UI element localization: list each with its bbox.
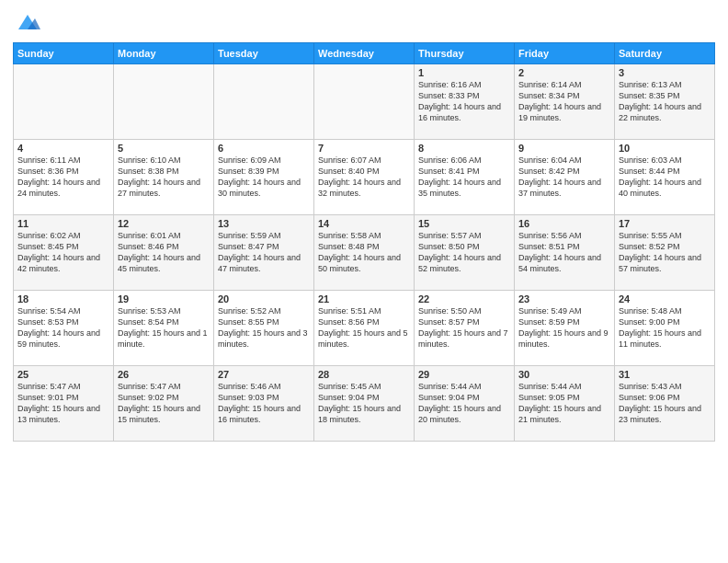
sunset-text: Sunset: 8:59 PM <box>518 317 580 327</box>
sunset-text: Sunset: 8:57 PM <box>418 317 480 327</box>
day-info: Sunrise: 6:03 AM Sunset: 8:44 PM Dayligh… <box>619 155 711 200</box>
sunset-text: Sunset: 9:05 PM <box>518 393 580 402</box>
sunrise-text: Sunrise: 5:53 AM <box>118 306 181 316</box>
day-cell: 30 Sunrise: 5:44 AM Sunset: 9:05 PM Dayl… <box>515 366 615 442</box>
sunrise-text: Sunrise: 5:52 AM <box>218 306 281 316</box>
sunrise-text: Sunrise: 6:02 AM <box>17 231 81 240</box>
day-number: 31 <box>619 369 711 380</box>
sunrise-text: Sunrise: 5:49 AM <box>518 306 582 316</box>
sunset-text: Sunset: 8:45 PM <box>17 242 79 251</box>
day-number: 25 <box>17 369 109 380</box>
day-info: Sunrise: 5:47 AM Sunset: 9:02 PM Dayligh… <box>118 381 210 426</box>
day-info: Sunrise: 6:11 AM Sunset: 8:36 PM Dayligh… <box>17 155 109 200</box>
day-cell <box>214 64 314 140</box>
sunset-text: Sunset: 8:53 PM <box>17 317 79 327</box>
sunrise-text: Sunrise: 5:44 AM <box>418 382 482 391</box>
day-info: Sunrise: 5:48 AM Sunset: 9:00 PM Dayligh… <box>619 305 711 350</box>
daylight-text: Daylight: 14 hours and 16 minutes. <box>418 102 501 122</box>
sunset-text: Sunset: 8:47 PM <box>218 242 279 251</box>
day-number: 17 <box>619 218 711 229</box>
sunrise-text: Sunrise: 5:51 AM <box>318 306 381 316</box>
sunset-text: Sunset: 8:51 PM <box>518 242 580 251</box>
daylight-text: Daylight: 14 hours and 42 minutes. <box>17 253 100 273</box>
day-cell <box>114 64 214 140</box>
day-cell: 6 Sunrise: 6:09 AM Sunset: 8:39 PM Dayli… <box>214 140 314 215</box>
day-number: 1 <box>418 67 510 78</box>
day-number: 30 <box>518 369 610 380</box>
weekday-header-monday: Monday <box>114 43 214 64</box>
sunset-text: Sunset: 8:48 PM <box>318 242 380 251</box>
sunset-text: Sunset: 8:55 PM <box>218 317 279 327</box>
day-number: 19 <box>118 293 210 304</box>
day-cell: 9 Sunrise: 6:04 AM Sunset: 8:42 PM Dayli… <box>515 140 615 215</box>
weekday-header-tuesday: Tuesday <box>214 43 314 64</box>
sunset-text: Sunset: 8:40 PM <box>318 167 380 176</box>
sunrise-text: Sunrise: 6:07 AM <box>318 155 381 165</box>
week-row-1: 1 Sunrise: 6:16 AM Sunset: 8:33 PM Dayli… <box>14 64 715 140</box>
day-info: Sunrise: 5:57 AM Sunset: 8:50 PM Dayligh… <box>418 230 510 275</box>
daylight-text: Daylight: 14 hours and 52 minutes. <box>418 253 501 273</box>
sunrise-text: Sunrise: 6:03 AM <box>619 155 682 165</box>
day-cell <box>14 64 114 140</box>
day-cell: 7 Sunrise: 6:07 AM Sunset: 8:40 PM Dayli… <box>314 140 415 215</box>
sunset-text: Sunset: 8:33 PM <box>418 91 480 100</box>
day-number: 13 <box>218 218 310 229</box>
weekday-header-saturday: Saturday <box>615 43 715 64</box>
day-info: Sunrise: 5:56 AM Sunset: 8:51 PM Dayligh… <box>518 230 610 275</box>
sunrise-text: Sunrise: 6:16 AM <box>418 80 482 89</box>
sunrise-text: Sunrise: 5:58 AM <box>318 231 381 240</box>
daylight-text: Daylight: 15 hours and 1 minute. <box>118 328 208 349</box>
sunset-text: Sunset: 8:56 PM <box>318 317 380 327</box>
day-cell <box>314 64 415 140</box>
day-cell: 12 Sunrise: 6:01 AM Sunset: 8:46 PM Dayl… <box>114 215 214 291</box>
sunrise-text: Sunrise: 6:11 AM <box>17 155 81 165</box>
sunrise-text: Sunrise: 5:46 AM <box>218 382 281 391</box>
sunset-text: Sunset: 9:04 PM <box>318 393 380 402</box>
weekday-header-row: SundayMondayTuesdayWednesdayThursdayFrid… <box>14 43 715 64</box>
logo-icon <box>15 9 40 35</box>
sunrise-text: Sunrise: 6:04 AM <box>518 155 582 165</box>
day-number: 2 <box>518 67 610 78</box>
daylight-text: Daylight: 15 hours and 3 minutes. <box>218 328 308 349</box>
sunrise-text: Sunrise: 5:47 AM <box>118 382 181 391</box>
day-info: Sunrise: 6:14 AM Sunset: 8:34 PM Dayligh… <box>518 79 610 124</box>
daylight-text: Daylight: 15 hours and 20 minutes. <box>418 404 501 424</box>
daylight-text: Daylight: 15 hours and 7 minutes. <box>418 328 508 349</box>
logo <box>13 9 40 35</box>
daylight-text: Daylight: 14 hours and 37 minutes. <box>518 178 601 198</box>
sunrise-text: Sunrise: 6:10 AM <box>118 155 181 165</box>
day-number: 22 <box>418 293 510 304</box>
daylight-text: Daylight: 15 hours and 13 minutes. <box>17 404 100 424</box>
sunrise-text: Sunrise: 5:56 AM <box>518 231 582 240</box>
day-number: 26 <box>118 369 210 380</box>
daylight-text: Daylight: 14 hours and 50 minutes. <box>318 253 401 273</box>
day-number: 14 <box>318 218 410 229</box>
day-cell: 26 Sunrise: 5:47 AM Sunset: 9:02 PM Dayl… <box>114 366 214 442</box>
sunrise-text: Sunrise: 6:06 AM <box>418 155 482 165</box>
day-info: Sunrise: 5:51 AM Sunset: 8:56 PM Dayligh… <box>318 305 410 350</box>
day-info: Sunrise: 6:10 AM Sunset: 8:38 PM Dayligh… <box>118 155 210 200</box>
sunset-text: Sunset: 8:34 PM <box>518 91 580 100</box>
sunrise-text: Sunrise: 5:48 AM <box>619 306 682 316</box>
day-info: Sunrise: 6:07 AM Sunset: 8:40 PM Dayligh… <box>318 155 410 200</box>
day-info: Sunrise: 6:01 AM Sunset: 8:46 PM Dayligh… <box>118 230 210 275</box>
daylight-text: Daylight: 14 hours and 45 minutes. <box>118 253 200 273</box>
day-cell: 22 Sunrise: 5:50 AM Sunset: 8:57 PM Dayl… <box>415 291 515 366</box>
daylight-text: Daylight: 14 hours and 32 minutes. <box>318 178 401 198</box>
day-cell: 19 Sunrise: 5:53 AM Sunset: 8:54 PM Dayl… <box>114 291 214 366</box>
day-info: Sunrise: 5:45 AM Sunset: 9:04 PM Dayligh… <box>318 381 410 426</box>
day-cell: 23 Sunrise: 5:49 AM Sunset: 8:59 PM Dayl… <box>515 291 615 366</box>
daylight-text: Daylight: 14 hours and 35 minutes. <box>418 178 501 198</box>
daylight-text: Daylight: 15 hours and 23 minutes. <box>619 404 701 424</box>
day-cell: 31 Sunrise: 5:43 AM Sunset: 9:06 PM Dayl… <box>615 366 715 442</box>
weekday-header-sunday: Sunday <box>14 43 114 64</box>
sunset-text: Sunset: 8:36 PM <box>17 167 79 176</box>
sunset-text: Sunset: 8:42 PM <box>518 167 580 176</box>
daylight-text: Daylight: 14 hours and 27 minutes. <box>118 178 200 198</box>
day-info: Sunrise: 5:52 AM Sunset: 8:55 PM Dayligh… <box>218 305 310 350</box>
day-info: Sunrise: 6:16 AM Sunset: 8:33 PM Dayligh… <box>418 79 510 124</box>
day-number: 18 <box>17 293 109 304</box>
sunrise-text: Sunrise: 5:45 AM <box>318 382 381 391</box>
day-number: 16 <box>518 218 610 229</box>
day-number: 6 <box>218 143 310 154</box>
